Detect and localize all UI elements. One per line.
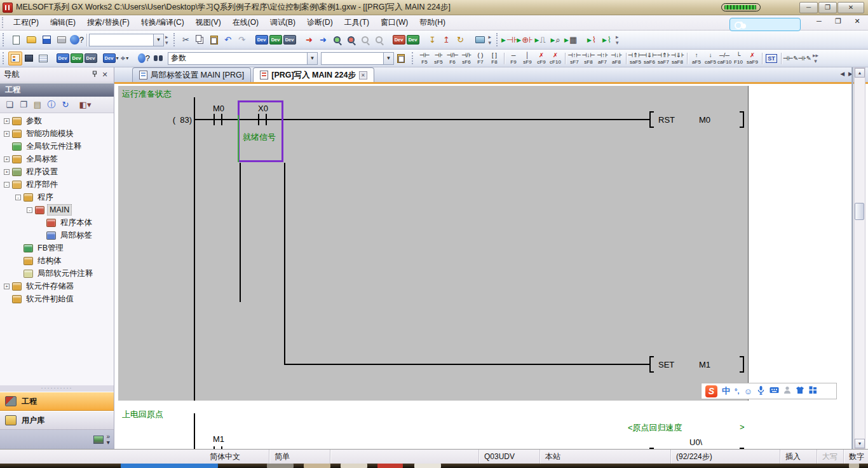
stop-monitoring-button[interactable]: ⌇ [584, 32, 599, 48]
delete-vertical-line-button[interactable]: ✗cF10 [548, 50, 562, 67]
device-note-display-button[interactable]: Dev [283, 33, 297, 47]
read-from-plc-button[interactable]: ➜ [316, 33, 330, 47]
tree-expand-toggle[interactable]: - [4, 182, 10, 188]
property-button[interactable]: ⓘ [44, 98, 58, 112]
rising-pulse-close-button[interactable]: ⊣⇑⊢saF5 [628, 50, 642, 67]
tree-item-structure[interactable]: 结构体 [0, 254, 114, 267]
program-check-button[interactable] [344, 33, 358, 47]
shirt-icon[interactable] [796, 386, 804, 396]
menu-window[interactable]: 窗口(W) [375, 15, 414, 30]
invert-operation-button[interactable]: ─/─caF10 [717, 50, 731, 67]
vertical-scrollbar[interactable]: ▲ ▼ [854, 67, 865, 449]
falling-pulse-branch-button[interactable]: ⊣↓⊦aF8 [609, 50, 623, 67]
combo-dropdown-arrow[interactable]: ▼ [307, 53, 317, 64]
scroll-down-icon[interactable]: ▼ [855, 439, 865, 448]
tree-expand-toggle[interactable]: - [27, 207, 32, 213]
taskbar-item[interactable] [414, 464, 441, 468]
delete-horizontal-line-button[interactable]: ✗cF9 [534, 50, 548, 67]
data-paste-button[interactable] [394, 52, 408, 65]
falling-pulse-close-button[interactable]: ⊣⇓⊢saF6 [642, 50, 656, 67]
tree-item-pou[interactable]: - 程序部件 [0, 178, 114, 191]
tab-local-label-setting[interactable]: 局部标签设置 MAIN [PRG] [132, 67, 251, 82]
menu-tools[interactable]: 工具(T) [339, 15, 375, 30]
tree-item-device-initial-value[interactable]: 软元件初始值 [0, 292, 114, 305]
toolbar-overflow[interactable]: ▸▾ [616, 34, 619, 46]
tree-expand-toggle[interactable] [15, 258, 21, 264]
combo-dropdown-arrow[interactable]: ▼ [383, 53, 393, 64]
keyboard-icon[interactable] [770, 387, 779, 396]
tab-scroll-left-icon[interactable]: ◀ [840, 71, 844, 77]
sort-filter-dropdown[interactable]: ◧▾ [78, 98, 92, 112]
tree-item-main[interactable]: - MAIN [0, 203, 114, 216]
menu-view[interactable]: 视图(V) [190, 15, 227, 30]
new-project-button[interactable] [8, 32, 24, 48]
monitor-grayed-button-2[interactable] [372, 33, 386, 47]
rising-pulse-button[interactable]: ⊣↑⊢sF7 [567, 50, 581, 67]
start-watching-button[interactable]: ⊕⊦ [517, 32, 532, 48]
secondary-combobox[interactable]: ▼ [321, 52, 394, 65]
pin-icon[interactable] [90, 71, 100, 79]
scrollbar-thumb[interactable] [855, 203, 864, 220]
invert-result-falling-button[interactable]: ↓caF5 [703, 50, 717, 67]
tree-expand-toggle[interactable]: + [4, 156, 10, 162]
device-test-button[interactable]: Dev [406, 33, 420, 47]
tree-item-device-memory[interactable]: + 软元件存储器 [0, 280, 114, 292]
note-button[interactable]: Dev [84, 52, 98, 65]
falling-pulse-button[interactable]: ⊣↓⊢sF8 [581, 50, 595, 67]
open-contact-button[interactable]: ⊣⊢F5 [417, 50, 431, 67]
mdi-restore-button[interactable]: ❐ [832, 17, 844, 25]
connection-destination-icon[interactable] [93, 436, 104, 444]
restore-button[interactable]: ❐ [818, 2, 837, 13]
monitor-find-button[interactable]: ⌕ [548, 32, 563, 48]
module-configuration-button[interactable] [22, 52, 36, 65]
tree-expand-toggle[interactable] [38, 220, 44, 226]
device-display-dropdown[interactable]: Dev▾ [104, 52, 118, 65]
coil-button[interactable]: ( )F7 [473, 50, 487, 67]
tree-item-program-setting[interactable]: + 程序设置 [0, 165, 114, 178]
step-over-button[interactable]: ↻ [454, 33, 468, 47]
device-find-dropdown[interactable]: ⌖▾ [118, 52, 132, 65]
tree-item-global-device-comment[interactable]: 全局软元件注释 [0, 140, 114, 153]
menu-debug[interactable]: 调试(B) [264, 15, 301, 30]
save-button[interactable] [39, 32, 54, 48]
scroll-up-icon[interactable]: ▲ [855, 68, 865, 78]
pulse-monitor-button[interactable]: ⎍ [532, 32, 548, 48]
tree-expand-toggle[interactable]: + [4, 284, 10, 289]
panel-splitter[interactable]: ·········· [0, 385, 114, 392]
tree-item-program-body[interactable]: 程序本体 [0, 216, 114, 229]
tree-expand-toggle[interactable] [4, 144, 10, 149]
tree-item-program[interactable]: - 程序 [0, 191, 114, 203]
taskbar-item[interactable] [267, 464, 294, 468]
inline-st-button[interactable]: ST [764, 50, 778, 67]
toolbar-combobox[interactable]: ▼ [89, 34, 164, 46]
program-list-button[interactable] [36, 52, 50, 65]
parameter-combobox[interactable]: 参数 ▼ [168, 52, 318, 65]
paste-button[interactable] [207, 33, 221, 47]
navigation-window-toggle[interactable] [8, 52, 22, 65]
close-contact-button[interactable]: ⊣/⊢F6 [445, 50, 459, 67]
tree-expand-toggle[interactable] [15, 271, 21, 277]
sogou-logo-icon[interactable]: S [705, 385, 717, 397]
rising-pulse-close-branch-button[interactable]: ⊣⇑⊦saF7 [656, 50, 670, 67]
close-branch-button[interactable]: ⊣/⊦sF6 [459, 50, 473, 67]
toolbar-overflow[interactable]: ▸▾ [165, 34, 168, 46]
tree-expand-toggle[interactable]: + [4, 118, 10, 124]
punctuation-icon[interactable]: °, [735, 387, 739, 395]
horizontal-line-button[interactable]: ─F9 [506, 50, 520, 67]
tree-expand-toggle[interactable] [4, 296, 10, 302]
redo-button[interactable]: ↷ [235, 33, 249, 47]
menu-edit[interactable]: 编辑(E) [44, 15, 81, 30]
tab-close-icon[interactable]: ✕ [359, 71, 367, 79]
step-return-button[interactable]: ↥ [440, 33, 454, 47]
refresh-view-button[interactable]: ↻ [58, 98, 72, 112]
show-desktop-button[interactable] [849, 464, 859, 468]
taskbar-item[interactable] [121, 464, 218, 468]
rising-pulse-branch-button[interactable]: ⊣↑⊦aF7 [595, 50, 609, 67]
microphone-icon[interactable] [757, 385, 765, 397]
cut-button[interactable]: ✂ [179, 33, 193, 47]
tree-expand-toggle[interactable] [38, 233, 44, 238]
application-instruction-button[interactable]: [ ]F8 [487, 50, 501, 67]
device-comment-edit-button[interactable]: ⊣⊦✎ [797, 50, 811, 67]
navigation-close-icon[interactable]: ✕ [100, 71, 110, 79]
falling-pulse-close-branch-button[interactable]: ⊣⇓⊦saF8 [670, 50, 684, 67]
